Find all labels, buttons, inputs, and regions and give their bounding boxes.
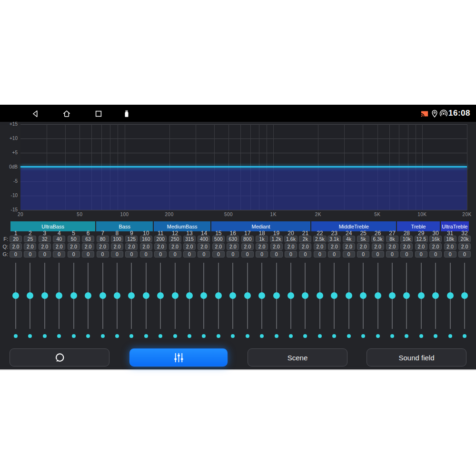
- slider-thumb[interactable]: [99, 292, 106, 299]
- band-q-chip[interactable]: 2.0: [66, 243, 81, 250]
- band-gain-chip[interactable]: 0: [327, 251, 342, 258]
- band-gain-chip[interactable]: 0: [269, 251, 284, 258]
- band-q-chip[interactable]: 2.0: [225, 243, 240, 250]
- band-freq-chip[interactable]: 20k: [457, 236, 472, 242]
- slider-thumb[interactable]: [128, 292, 135, 299]
- slider-thumb[interactable]: [331, 292, 337, 299]
- band-q-chip[interactable]: 2.0: [370, 243, 386, 250]
- band-freq-chip[interactable]: 40: [51, 236, 67, 242]
- band-gain-chip[interactable]: 0: [225, 251, 240, 258]
- band-gain-chip[interactable]: 0: [428, 251, 443, 258]
- band-freq-chip[interactable]: 800: [240, 236, 255, 242]
- band-q-chip[interactable]: 2.0: [443, 243, 458, 250]
- band-gain-chip[interactable]: 0: [51, 251, 67, 258]
- band-freq-chip[interactable]: 200: [153, 236, 168, 242]
- slider-thumb[interactable]: [172, 292, 178, 299]
- band-q-chip[interactable]: 2.0: [124, 243, 139, 250]
- band-gain-chip[interactable]: 0: [254, 251, 269, 258]
- band-freq-chip[interactable]: 500: [211, 236, 226, 242]
- slider-thumb[interactable]: [56, 292, 62, 299]
- slider-thumb[interactable]: [346, 292, 352, 299]
- band-q-chip[interactable]: 2.0: [457, 243, 472, 250]
- slider-thumb[interactable]: [273, 292, 280, 299]
- band-freq-chip[interactable]: 20: [8, 236, 23, 242]
- band-gain-chip[interactable]: 0: [240, 251, 255, 258]
- band-q-chip[interactable]: 2.0: [168, 243, 183, 250]
- slider-thumb[interactable]: [70, 292, 77, 299]
- band-freq-chip[interactable]: 4k: [341, 236, 357, 242]
- band-q-chip[interactable]: 2.0: [196, 243, 211, 250]
- slider-thumb[interactable]: [229, 292, 236, 299]
- band-gain-chip[interactable]: 0: [22, 251, 38, 258]
- band-gain-chip[interactable]: 0: [356, 251, 371, 258]
- band-gain-chip[interactable]: 0: [124, 251, 139, 258]
- band-gain-chip[interactable]: 0: [153, 251, 168, 258]
- band-freq-chip[interactable]: 18k: [443, 236, 458, 242]
- band-freq-chip[interactable]: 8k: [385, 236, 400, 242]
- band-freq-chip[interactable]: 630: [225, 236, 240, 242]
- band-q-chip[interactable]: 2.0: [283, 243, 298, 250]
- band-q-chip[interactable]: 2.0: [8, 243, 23, 250]
- band-gain-chip[interactable]: 0: [414, 251, 429, 258]
- band-freq-chip[interactable]: 32: [37, 236, 52, 242]
- slider-thumb[interactable]: [41, 292, 48, 299]
- band-freq-chip[interactable]: 100: [109, 236, 125, 242]
- band-q-chip[interactable]: 2.0: [182, 243, 197, 250]
- band-freq-chip[interactable]: 50: [66, 236, 81, 242]
- band-q-chip[interactable]: 2.0: [139, 243, 154, 250]
- band-freq-chip[interactable]: 160: [139, 236, 154, 242]
- reset-button[interactable]: [10, 348, 109, 367]
- band-q-chip[interactable]: 2.0: [356, 243, 371, 250]
- band-q-chip[interactable]: 2.0: [37, 243, 52, 250]
- band-q-chip[interactable]: 2.0: [341, 243, 357, 250]
- slider-thumb[interactable]: [143, 292, 149, 299]
- band-freq-chip[interactable]: 12.5: [414, 236, 429, 242]
- band-q-chip[interactable]: 2.0: [22, 243, 38, 250]
- band-q-chip[interactable]: 2.0: [211, 243, 226, 250]
- band-q-chip[interactable]: 2.0: [109, 243, 125, 250]
- recents-icon[interactable]: [94, 109, 103, 119]
- band-freq-chip[interactable]: 5k: [356, 236, 371, 242]
- slider-thumb[interactable]: [317, 292, 323, 299]
- band-q-chip[interactable]: 2.0: [385, 243, 400, 250]
- band-q-chip[interactable]: 2.0: [428, 243, 443, 250]
- slider-thumb[interactable]: [403, 292, 410, 299]
- slider-thumb[interactable]: [375, 292, 381, 299]
- band-gain-chip[interactable]: 0: [66, 251, 81, 258]
- slider-thumb[interactable]: [186, 292, 193, 299]
- band-q-chip[interactable]: 2.0: [312, 243, 327, 250]
- band-gain-chip[interactable]: 0: [283, 251, 298, 258]
- band-gain-chip[interactable]: 0: [139, 251, 154, 258]
- band-q-chip[interactable]: 2.0: [269, 243, 284, 250]
- band-gain-chip[interactable]: 0: [341, 251, 357, 258]
- band-freq-chip[interactable]: 25: [22, 236, 38, 242]
- band-q-chip[interactable]: 2.0: [327, 243, 342, 250]
- slider-thumb[interactable]: [461, 292, 468, 299]
- slider-thumb[interactable]: [432, 292, 439, 299]
- band-gain-chip[interactable]: 0: [385, 251, 400, 258]
- band-freq-chip[interactable]: 125: [124, 236, 139, 242]
- band-gain-chip[interactable]: 0: [298, 251, 313, 258]
- slider-thumb[interactable]: [258, 292, 265, 299]
- band-gain-chip[interactable]: 0: [37, 251, 52, 258]
- band-freq-chip[interactable]: 1.6k: [283, 236, 298, 242]
- home-icon[interactable]: [62, 109, 71, 119]
- back-icon[interactable]: [30, 109, 40, 119]
- slider-thumb[interactable]: [27, 292, 33, 299]
- band-q-chip[interactable]: 2.0: [298, 243, 313, 250]
- band-freq-chip[interactable]: 400: [196, 236, 211, 242]
- band-gain-chip[interactable]: 0: [80, 251, 96, 258]
- band-freq-chip[interactable]: 1k: [254, 236, 269, 242]
- band-gain-chip[interactable]: 0: [182, 251, 197, 258]
- band-q-chip[interactable]: 2.0: [399, 243, 414, 250]
- band-q-chip[interactable]: 2.0: [153, 243, 168, 250]
- band-freq-chip[interactable]: 1.2k: [269, 236, 284, 242]
- band-gain-chip[interactable]: 0: [370, 251, 386, 258]
- band-gain-chip[interactable]: 0: [196, 251, 211, 258]
- band-q-chip[interactable]: 2.0: [95, 243, 110, 250]
- band-gain-chip[interactable]: 0: [312, 251, 327, 258]
- slider-thumb[interactable]: [360, 292, 367, 299]
- slider-thumb[interactable]: [12, 292, 19, 299]
- band-gain-chip[interactable]: 0: [109, 251, 125, 258]
- band-gain-chip[interactable]: 0: [399, 251, 414, 258]
